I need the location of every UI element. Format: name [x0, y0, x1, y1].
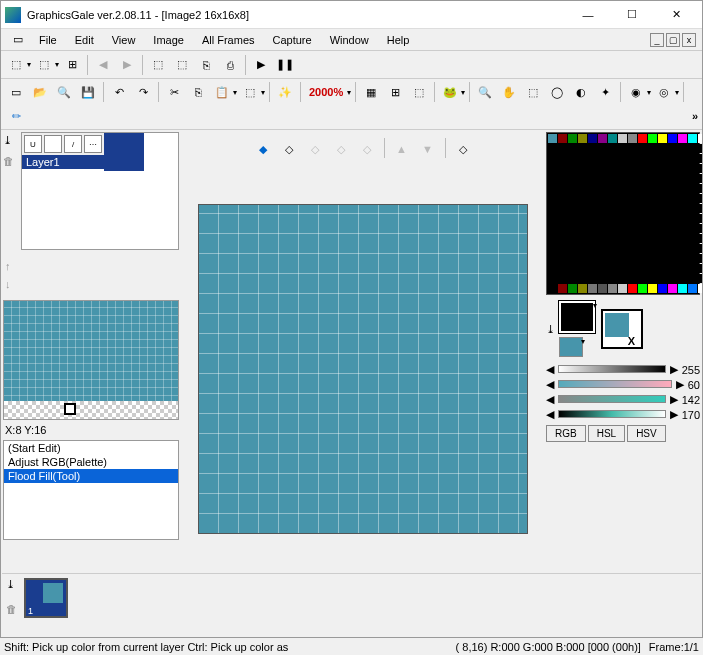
- palette-cell[interactable]: [558, 134, 567, 143]
- palette-cell[interactable]: [578, 134, 587, 143]
- palette-cell[interactable]: [608, 264, 617, 273]
- palette-cell[interactable]: [618, 284, 627, 293]
- palette-cell[interactable]: [568, 194, 577, 203]
- slider-right-icon[interactable]: ▶: [676, 378, 684, 391]
- palette-cell[interactable]: [608, 234, 617, 243]
- palette-cell[interactable]: [598, 164, 607, 173]
- palette-cell[interactable]: [658, 214, 667, 223]
- palette-cell[interactable]: [658, 244, 667, 253]
- palette-cell[interactable]: [678, 154, 687, 163]
- palette-cell[interactable]: [588, 214, 597, 223]
- mdi-close-button[interactable]: x: [682, 33, 696, 47]
- palette-cell[interactable]: [608, 224, 617, 233]
- palette-cell[interactable]: [678, 174, 687, 183]
- next-frame-icon[interactable]: ⬚: [33, 54, 55, 76]
- swap-icon[interactable]: ⤓: [546, 323, 555, 336]
- magnify-icon[interactable]: 🔍: [474, 81, 496, 103]
- palette-cell[interactable]: [558, 164, 567, 173]
- palette-cell[interactable]: [658, 144, 667, 153]
- palette-cell[interactable]: [618, 244, 627, 253]
- palette-cell[interactable]: [618, 154, 627, 163]
- palette-cell[interactable]: [618, 274, 627, 283]
- palette-cell[interactable]: [578, 274, 587, 283]
- palette-cell[interactable]: [698, 264, 703, 273]
- play-icon[interactable]: ▶: [250, 54, 272, 76]
- frames-icon[interactable]: ⬚: [147, 54, 169, 76]
- palette-cell[interactable]: [648, 194, 657, 203]
- palette-cell[interactable]: [628, 224, 637, 233]
- layer-thumbnail[interactable]: [104, 133, 144, 171]
- palette-cell[interactable]: [598, 244, 607, 253]
- palette-cell[interactable]: [658, 234, 667, 243]
- palette-cell[interactable]: [678, 284, 687, 293]
- palette-cell[interactable]: [548, 134, 557, 143]
- palette-cell[interactable]: [698, 254, 703, 263]
- palette-cell[interactable]: [548, 234, 557, 243]
- palette-cell[interactable]: [638, 264, 647, 273]
- palette-cell[interactable]: [698, 204, 703, 213]
- slider-right-icon[interactable]: ▶: [670, 393, 678, 406]
- palette-cell[interactable]: [678, 264, 687, 273]
- palette-cell[interactable]: [658, 174, 667, 183]
- menu-view[interactable]: View: [104, 32, 144, 48]
- layer-more-icon[interactable]: ⋯: [84, 135, 102, 153]
- palette-cell[interactable]: [558, 284, 567, 293]
- palette-cell[interactable]: [678, 184, 687, 193]
- palette-cell[interactable]: [688, 274, 697, 283]
- palette-cell[interactable]: [608, 274, 617, 283]
- palette-cell[interactable]: [668, 184, 677, 193]
- palette-cell[interactable]: [638, 234, 647, 243]
- palette-cell[interactable]: [628, 174, 637, 183]
- palette-cell[interactable]: [548, 224, 557, 233]
- palette-cell[interactable]: [568, 224, 577, 233]
- select-ellipse-icon[interactable]: ◯: [546, 81, 568, 103]
- history-item[interactable]: (Start Edit): [4, 441, 178, 455]
- palette-cell[interactable]: [658, 134, 667, 143]
- palette-cell[interactable]: [638, 204, 647, 213]
- palette-cell[interactable]: [568, 134, 577, 143]
- shape4-icon[interactable]: ◇: [356, 138, 378, 160]
- palette-cell[interactable]: [698, 134, 703, 143]
- palette-cell[interactable]: [578, 174, 587, 183]
- shape1-icon[interactable]: ◇: [278, 138, 300, 160]
- palette-cell[interactable]: [568, 184, 577, 193]
- palette-cell[interactable]: [548, 154, 557, 163]
- palette-cell[interactable]: [578, 234, 587, 243]
- palette-cell[interactable]: [568, 214, 577, 223]
- palette-cell[interactable]: [618, 194, 627, 203]
- palette-cell[interactable]: [588, 174, 597, 183]
- palette-cell[interactable]: [608, 194, 617, 203]
- paste-icon[interactable]: 📋: [211, 81, 233, 103]
- palette-cell[interactable]: [688, 224, 697, 233]
- palette-cell[interactable]: [578, 204, 587, 213]
- palette-cell[interactable]: [578, 264, 587, 273]
- foreground-color[interactable]: [559, 301, 595, 333]
- palette-cell[interactable]: [588, 244, 597, 253]
- palette-cell[interactable]: [638, 284, 647, 293]
- layer-name[interactable]: Layer1: [22, 155, 104, 169]
- grid-icon[interactable]: ▦: [360, 81, 382, 103]
- color-select-icon[interactable]: ◉: [625, 81, 647, 103]
- palette-cell[interactable]: [588, 184, 597, 193]
- palette-cell[interactable]: [678, 164, 687, 173]
- replace-icon[interactable]: ◎: [653, 81, 675, 103]
- layer-up-icon[interactable]: ↑: [5, 260, 177, 272]
- palette-cell[interactable]: [668, 274, 677, 283]
- overflow-icon[interactable]: »: [692, 110, 698, 122]
- undo-icon[interactable]: ↶: [108, 81, 130, 103]
- slider-right-icon[interactable]: ▶: [670, 363, 678, 376]
- palette-cell[interactable]: [618, 264, 627, 273]
- palette-cell[interactable]: [578, 284, 587, 293]
- palette-cell[interactable]: [598, 204, 607, 213]
- palette-cell[interactable]: [658, 204, 667, 213]
- palette-cell[interactable]: [628, 264, 637, 273]
- palette-cell[interactable]: [688, 204, 697, 213]
- palette-cell[interactable]: [678, 224, 687, 233]
- palette-cell[interactable]: [638, 254, 647, 263]
- slider-left-icon[interactable]: ◀: [546, 363, 554, 376]
- palette-cell[interactable]: [628, 244, 637, 253]
- palette-cell[interactable]: [648, 214, 657, 223]
- palette-cell[interactable]: [688, 154, 697, 163]
- palette-cell[interactable]: [668, 284, 677, 293]
- palette-cell[interactable]: [668, 214, 677, 223]
